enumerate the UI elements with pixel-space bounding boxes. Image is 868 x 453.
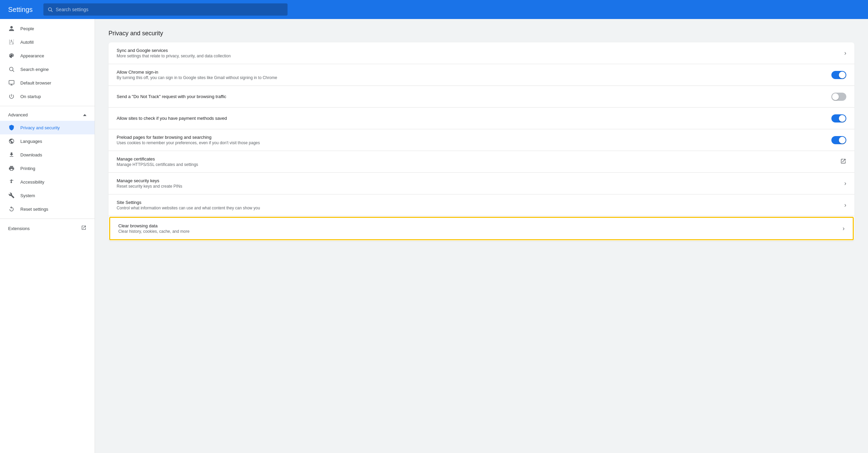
do-not-track-toggle[interactable] <box>831 93 846 101</box>
sidebar-item-autofill[interactable]: Autofill <box>0 35 95 49</box>
settings-row-site-settings[interactable]: Site Settings Control what information w… <box>108 194 854 216</box>
settings-row-payment-content: Allow sites to check if you have payment… <box>117 116 826 121</box>
sidebar-item-default-browser[interactable]: Default browser <box>0 76 95 90</box>
sidebar-item-label-languages: Languages <box>20 139 42 144</box>
settings-row-sync[interactable]: Sync and Google services More settings t… <box>108 42 854 64</box>
external-link-icon <box>840 158 846 166</box>
sidebar-divider <box>0 106 95 106</box>
sidebar-item-label-default-browser: Default browser <box>20 80 51 86</box>
advanced-collapse-icon <box>83 114 86 116</box>
browser-icon <box>8 79 15 86</box>
sidebar-item-downloads[interactable]: Downloads <box>0 148 95 162</box>
settings-row-dnt: Send a "Do Not Track" request with your … <box>108 86 854 108</box>
svg-point-2 <box>9 67 13 71</box>
sidebar-item-on-startup[interactable]: On startup <box>0 90 95 103</box>
toggle-knob <box>832 93 839 100</box>
settings-row-certificates-subtitle: Manage HTTPS/SSL certificates and settin… <box>117 162 835 167</box>
settings-row-clear-browsing-content: Clear browsing data Clear history, cooki… <box>118 223 837 234</box>
search-input[interactable] <box>56 7 283 12</box>
sidebar-item-languages[interactable]: Languages <box>0 134 95 148</box>
svg-rect-4 <box>9 80 14 84</box>
sidebar-item-reset-settings[interactable]: Reset settings <box>0 202 95 216</box>
settings-row-preload-content: Preload pages for faster browsing and se… <box>117 135 826 145</box>
settings-row-signin-action[interactable] <box>831 71 846 79</box>
sidebar-item-label-startup: On startup <box>20 94 41 99</box>
settings-row-preload-subtitle: Uses cookies to remember your preference… <box>117 140 826 145</box>
settings-row-security-keys-content: Manage security keys Reset security keys… <box>117 178 839 189</box>
settings-row-security-keys[interactable]: Manage security keys Reset security keys… <box>108 173 854 194</box>
sidebar-item-label-autofill: Autofill <box>20 40 34 45</box>
chevron-right-icon: › <box>844 202 846 209</box>
chevron-right-icon: › <box>843 225 845 232</box>
preload-pages-toggle[interactable] <box>831 136 846 144</box>
settings-row-signin-content: Allow Chrome sign-in By turning this off… <box>117 70 826 80</box>
chevron-right-icon: › <box>844 180 846 187</box>
search-icon <box>47 7 53 12</box>
settings-row-preload-title: Preload pages for faster browsing and se… <box>117 135 826 140</box>
sidebar-item-people[interactable]: People <box>0 22 95 35</box>
settings-row-security-keys-action: › <box>844 180 846 187</box>
print-icon <box>8 165 15 172</box>
sidebar-item-label-appearance: Appearance <box>20 53 44 58</box>
settings-row-payment-action[interactable] <box>831 114 846 122</box>
sidebar: People Autofill Appearance Search engine <box>0 19 95 453</box>
advanced-label: Advanced <box>8 112 28 117</box>
settings-row-preload-action[interactable] <box>831 136 846 144</box>
settings-row-clear-browsing[interactable]: Clear browsing data Clear history, cooki… <box>109 217 854 240</box>
sidebar-item-privacy-security[interactable]: Privacy and security <box>0 121 95 134</box>
settings-row-site-settings-subtitle: Control what information websites can us… <box>117 206 839 210</box>
settings-row-security-keys-title: Manage security keys <box>117 178 839 183</box>
svg-line-3 <box>13 70 14 72</box>
settings-row-clear-browsing-action: › <box>843 225 845 232</box>
sidebar-item-appearance[interactable]: Appearance <box>0 49 95 62</box>
sidebar-item-label-printing: Printing <box>20 166 35 171</box>
layout: People Autofill Appearance Search engine <box>0 19 868 453</box>
sidebar-divider-2 <box>0 219 95 219</box>
chevron-right-icon: › <box>844 50 846 57</box>
extensions-row[interactable]: Extensions <box>0 222 95 235</box>
extensions-label: Extensions <box>8 226 30 231</box>
sidebar-item-printing[interactable]: Printing <box>0 162 95 175</box>
toggle-knob <box>839 137 846 144</box>
header-title: Settings <box>8 6 33 14</box>
settings-card: Sync and Google services More settings t… <box>108 42 854 241</box>
settings-row-sync-content: Sync and Google services More settings t… <box>117 48 839 58</box>
settings-row-dnt-action[interactable] <box>831 93 846 101</box>
sidebar-item-label-system: System <box>20 193 35 198</box>
settings-row-certificates-title: Manage certificates <box>117 156 835 162</box>
settings-row-signin: Allow Chrome sign-in By turning this off… <box>108 64 854 86</box>
search-bar[interactable] <box>43 3 288 16</box>
main-content: Privacy and security Sync and Google ser… <box>95 19 868 453</box>
advanced-section-header[interactable]: Advanced <box>0 109 95 121</box>
settings-row-sync-subtitle: More settings that relate to privacy, se… <box>117 54 839 58</box>
sidebar-item-label-downloads: Downloads <box>20 152 42 157</box>
settings-row-site-settings-content: Site Settings Control what information w… <box>117 200 839 210</box>
settings-row-sync-action: › <box>844 50 846 57</box>
sidebar-item-label-reset: Reset settings <box>20 207 48 212</box>
header: Settings <box>0 0 868 19</box>
globe-icon <box>8 138 15 145</box>
settings-row-signin-title: Allow Chrome sign-in <box>117 70 826 75</box>
sidebar-item-accessibility[interactable]: Accessibility <box>0 175 95 189</box>
allow-chrome-signin-toggle[interactable] <box>831 71 846 79</box>
payment-methods-toggle[interactable] <box>831 114 846 122</box>
palette-icon <box>8 52 15 59</box>
settings-row-security-keys-subtitle: Reset security keys and create PINs <box>117 184 839 189</box>
sidebar-item-system[interactable]: System <box>0 189 95 202</box>
settings-row-signin-subtitle: By turning this off, you can sign in to … <box>117 75 826 80</box>
settings-row-dnt-content: Send a "Do Not Track" request with your … <box>117 94 826 99</box>
sidebar-item-label-accessibility: Accessibility <box>20 180 44 185</box>
svg-point-0 <box>48 8 52 11</box>
person-icon <box>8 25 15 32</box>
settings-row-payment-title: Allow sites to check if you have payment… <box>117 116 826 121</box>
toggle-knob <box>839 72 846 78</box>
settings-row-certificates-action <box>840 158 846 166</box>
settings-row-certificates-content: Manage certificates Manage HTTPS/SSL cer… <box>117 156 835 167</box>
toggle-knob <box>839 115 846 122</box>
settings-row-certificates[interactable]: Manage certificates Manage HTTPS/SSL cer… <box>108 151 854 173</box>
reset-icon <box>8 206 15 212</box>
autofill-icon <box>8 39 15 45</box>
download-icon <box>8 151 15 158</box>
sidebar-item-search-engine[interactable]: Search engine <box>0 62 95 76</box>
settings-row-site-settings-title: Site Settings <box>117 200 839 205</box>
